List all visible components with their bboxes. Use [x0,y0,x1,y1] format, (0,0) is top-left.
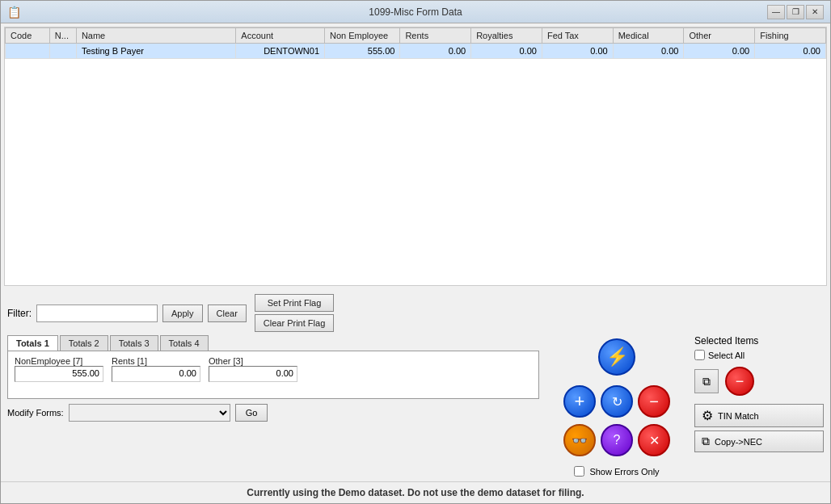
help-button[interactable]: ? [601,424,633,456]
totals-grid: NonEmployee [7] 555.00 Rents [1] 0.00 Ot… [15,356,532,382]
other-value: 0.00 [209,366,297,382]
print-flag-buttons: Set Print Flag Clear Print Flag [255,294,334,332]
select-all-row: Select All [694,350,824,360]
status-message: Currently using the Demo dataset. Do not… [247,487,584,498]
tin-match-button[interactable]: ⚙ TIN Match [694,404,824,427]
col-header-code: Code [6,28,50,44]
table-cell: 0.00 [471,44,542,59]
tin-match-label: TIN Match [718,411,759,421]
apply-button[interactable]: Apply [162,304,203,322]
table-cell: 555.00 [325,44,400,59]
col-header-n: N... [49,28,76,44]
tab-totals2[interactable]: Totals 2 [60,335,108,351]
total-rents: Rents [1] 0.00 [112,356,200,382]
select-all-checkbox[interactable] [694,350,705,360]
copy-nec-label: Copy->NEC [715,437,762,447]
table-cell: 0.00 [613,44,684,59]
total-other: Other [3] 0.00 [209,356,297,382]
table-cell [49,44,76,59]
main-window: 📋 1099-Misc Form Data — ❐ ✕ Code N... Na… [0,0,831,504]
total-non-employee: NonEmployee [7] 555.00 [15,356,103,382]
restore-button[interactable]: ❐ [787,5,804,19]
modify-forms-row: Modify Forms: Go [7,404,539,422]
show-errors-label: Show Errors Only [589,467,659,477]
copy-nec-button[interactable]: ⧉ Copy->NEC [694,430,824,452]
col-header-other: Other [684,28,755,44]
table-cell: 0.00 [684,44,755,59]
filter-row: Filter: Apply Clear Set Print Flag Clear… [7,294,824,332]
close-button[interactable]: ✕ [806,5,824,19]
actions-area: ⚡ + ↻ − 👓 ? ✕ [563,338,670,477]
table-row[interactable]: Testing B PayerDENTOWN01555.000.000.000.… [6,44,826,59]
app-icon: 📋 [7,6,21,19]
selected-items-title: Selected Items [694,335,824,346]
window-title: 1099-Misc Form Data [369,6,462,18]
lightning-button[interactable]: ⚡ [598,338,635,376]
minimize-button[interactable]: — [767,5,785,19]
tab-totals3[interactable]: Totals 3 [110,335,158,351]
totals-panel: NonEmployee [7] 555.00 Rents [1] 0.00 Ot… [7,351,539,399]
go-button[interactable]: Go [235,404,268,422]
col-header-name: Name [76,28,235,44]
col-header-rents: Rents [400,28,471,44]
set-print-flag-button[interactable]: Set Print Flag [255,294,334,312]
show-errors-row: Show Errors Only [574,466,659,477]
non-employee-value: 555.00 [15,366,103,382]
tab-totals1[interactable]: Totals 1 [7,335,58,351]
delete-selected-button[interactable]: − [725,367,754,396]
non-employee-label: NonEmployee [7] [15,356,82,366]
modify-forms-select[interactable] [69,404,230,422]
view-button[interactable]: 👓 [563,424,596,456]
add-button[interactable]: + [563,385,596,418]
copy-selected-button[interactable]: ⧉ [694,369,719,393]
clear-button[interactable]: Clear [208,304,247,322]
col-header-fishing: Fishing [755,28,826,44]
col-header-medical: Medical [613,28,684,44]
action-row-bottom: 👓 ? ✕ [563,424,670,456]
table-cell: DENTOWN01 [236,44,325,59]
copy-icon: ⧉ [702,435,710,448]
tab-totals4[interactable]: Totals 4 [160,335,209,351]
bottom-area: Filter: Apply Clear Set Print Flag Clear… [1,289,830,481]
data-table-container[interactable]: Code N... Name Account Non Employee Rent… [4,27,827,286]
rents-label: Rents [1] [112,356,147,366]
content-area: Code N... Name Account Non Employee Rent… [1,23,830,481]
title-bar-left: 📋 [7,6,21,19]
table-cell [6,44,50,59]
tin-nec-area: ⚙ TIN Match ⧉ Copy->NEC [694,404,824,452]
refresh-button[interactable]: ↻ [601,385,633,418]
remove-button[interactable]: − [638,385,670,418]
filter-label: Filter: [7,308,32,319]
selected-actions: ⧉ − [694,367,824,396]
col-header-royalties: Royalties [471,28,542,44]
table-cell: 0.00 [542,44,613,59]
title-bar-controls: — ❐ ✕ [767,5,824,19]
tabs-row: Totals 1 Totals 2 Totals 3 Totals 4 [7,335,539,351]
show-errors-checkbox[interactable] [574,466,584,477]
data-table: Code N... Name Account Non Employee Rent… [5,27,826,59]
table-cell: Testing B Payer [76,44,235,59]
action-row-top: + ↻ − [563,385,670,418]
main-bottom: Totals 1 Totals 2 Totals 3 Totals 4 NonE… [7,335,824,477]
title-bar: 📋 1099-Misc Form Data — ❐ ✕ [1,1,830,23]
totals-section: Totals 1 Totals 2 Totals 3 Totals 4 NonE… [7,335,539,422]
clear-print-flag-button[interactable]: Clear Print Flag [255,314,334,332]
col-header-fed-tax: Fed Tax [542,28,613,44]
close-action-button[interactable]: ✕ [638,424,670,456]
gear-icon: ⚙ [702,408,713,423]
filter-input[interactable] [36,304,158,322]
col-header-non-employee: Non Employee [325,28,400,44]
other-label: Other [3] [209,356,243,366]
rents-value: 0.00 [112,366,200,382]
status-bar: Currently using the Demo dataset. Do not… [1,481,830,503]
table-cell: 0.00 [755,44,826,59]
modify-forms-label: Modify Forms: [7,408,64,418]
selected-items-panel: Selected Items Select All ⧉ − ⚙ TIN Matc… [694,335,824,452]
table-cell: 0.00 [400,44,471,59]
col-header-account: Account [236,28,325,44]
select-all-label: Select All [708,351,745,360]
